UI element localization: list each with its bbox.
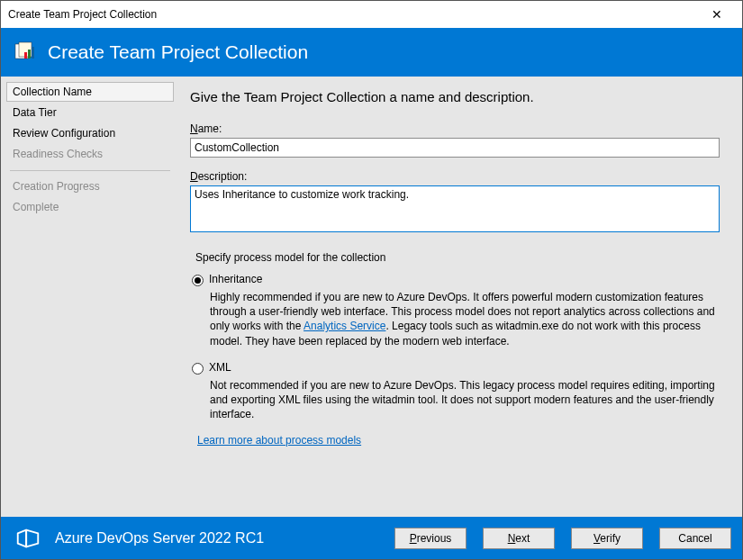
collection-icon	[14, 40, 39, 65]
cancel-button[interactable]: Cancel	[659, 528, 731, 549]
banner-heading: Create Team Project Collection	[48, 41, 308, 63]
inheritance-label: Inheritance	[209, 273, 262, 285]
step-data-tier[interactable]: Data Tier	[6, 103, 174, 122]
xml-description: Not recommended if you are new to Azure …	[210, 378, 725, 422]
footer: Azure DevOps Server 2022 RC1 Previous Ne…	[1, 517, 742, 559]
xml-label: XML	[209, 361, 231, 374]
name-label: Name:	[190, 122, 728, 135]
svg-rect-2	[24, 52, 27, 59]
svg-marker-6	[26, 529, 38, 546]
learn-more-link[interactable]: Learn more about process models	[197, 434, 361, 447]
step-readiness-checks: Readiness Checks	[6, 144, 174, 164]
step-review-configuration[interactable]: Review Configuration	[6, 123, 174, 143]
xml-radio[interactable]	[192, 363, 204, 375]
svg-marker-5	[18, 529, 26, 546]
window-title: Create Team Project Collection	[8, 8, 157, 21]
main-panel: Give the Team Project Collection a name …	[181, 77, 742, 517]
inheritance-radio[interactable]	[192, 275, 204, 286]
inheritance-description: Highly recommended if you are new to Azu…	[210, 290, 725, 348]
svg-rect-4	[32, 47, 34, 59]
xml-radio-row[interactable]: XML	[192, 361, 728, 375]
step-collection-name[interactable]: Collection Name	[6, 82, 174, 102]
sidebar-separator	[10, 170, 170, 171]
svg-rect-3	[28, 50, 31, 59]
inheritance-radio-row[interactable]: Inheritance	[192, 273, 728, 286]
close-icon[interactable]: ✕	[699, 7, 735, 22]
wizard-steps-sidebar: Collection Name Data Tier Review Configu…	[1, 77, 181, 517]
verify-button[interactable]: Verify	[571, 528, 643, 549]
page-instruction: Give the Team Project Collection a name …	[190, 89, 728, 104]
process-model-group-label: Specify process model for the collection	[195, 251, 728, 264]
step-complete: Complete	[6, 197, 174, 217]
step-creation-progress: Creation Progress	[6, 176, 174, 196]
banner: Create Team Project Collection	[1, 28, 742, 77]
description-input[interactable]	[190, 185, 720, 232]
name-input[interactable]	[190, 138, 720, 158]
azure-devops-logo-icon	[10, 525, 46, 552]
next-button[interactable]: Next	[483, 528, 555, 549]
previous-button[interactable]: Previous	[394, 528, 467, 549]
analytics-service-link[interactable]: Analytics Service	[304, 320, 385, 332]
description-label: Description:	[190, 170, 728, 183]
product-name: Azure DevOps Server 2022 RC1	[55, 530, 264, 546]
titlebar: Create Team Project Collection ✕	[1, 1, 742, 28]
